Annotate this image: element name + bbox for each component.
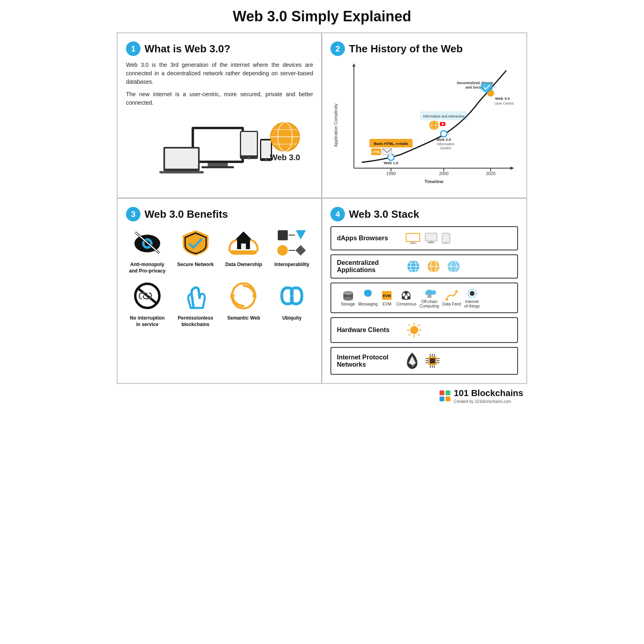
- globe-dapp-icon-3: [446, 260, 462, 274]
- history-chart: Application Complexity Web 1.0 Web 2.0: [330, 61, 518, 190]
- benefit-no-interruption: No interruptionin service: [126, 280, 169, 328]
- section-1-desc1: Web 3.0 is the 3rd generation of the int…: [126, 61, 313, 86]
- svg-text:1990: 1990: [386, 171, 396, 176]
- stack-icons-internet-protocol: [405, 352, 442, 370]
- benefit-icon-shield: [180, 226, 212, 258]
- svg-rect-76: [426, 234, 436, 240]
- benefit-label-semantic-web: Semantic Web: [227, 315, 260, 322]
- svg-marker-22: [352, 64, 355, 67]
- svg-rect-1: [194, 129, 242, 161]
- svg-line-107: [406, 294, 408, 297]
- main-title: Web 3.0 Simply Explained: [117, 8, 527, 25]
- svg-rect-73: [411, 242, 415, 243]
- globe-dapp-icon-2: [425, 260, 442, 274]
- stack-layer-internet-protocol: Internet ProtocolNetworks: [330, 347, 518, 375]
- tablet-icon: [442, 233, 450, 244]
- svg-rect-11: [241, 132, 257, 155]
- section-4-title: Web 3.0 Stack: [349, 208, 419, 221]
- section-4: 4 Web 3.0 Stack dApps Browsers: [322, 198, 526, 383]
- svg-text:Information: Information: [437, 142, 455, 146]
- stack-icons-browsers: [405, 233, 450, 244]
- section-1-number: 1: [126, 41, 140, 56]
- svg-text:Basic HTML, e-mails: Basic HTML, e-mails: [374, 142, 408, 146]
- svg-rect-5: [165, 149, 198, 169]
- globe-icon: [269, 121, 301, 153]
- svg-text:EVM: EVM: [383, 294, 391, 298]
- svg-text:2020: 2020: [486, 171, 495, 176]
- stack-layer-dapps: DecentralizedApplications: [330, 254, 518, 279]
- svg-point-25: [441, 131, 447, 137]
- section-3-title: Web 3.0 Benefits: [144, 208, 228, 221]
- svg-marker-21: [510, 167, 514, 170]
- svg-rect-3: [202, 166, 234, 168]
- stack-layer-dapps-browsers: dApps Browsers: [330, 226, 518, 250]
- svg-text:2000: 2000: [439, 171, 449, 176]
- benefits-grid: Anti-monopolyand Pro-privacy Secure Netw…: [126, 226, 313, 328]
- svg-point-63: [277, 245, 288, 256]
- benefit-icon-finger: [180, 280, 212, 312]
- svg-line-121: [418, 324, 420, 326]
- svg-point-103: [405, 291, 408, 294]
- footer-logo: 101 Blockchains Created by 101blockchain…: [440, 388, 523, 404]
- svg-line-106: [404, 294, 406, 297]
- benefit-icon-house: [227, 226, 260, 258]
- svg-marker-62: [296, 230, 306, 239]
- stack-label-dapps-browsers: dApps Browsers: [337, 235, 401, 242]
- eth-drop-icon: [405, 352, 419, 370]
- middleware-messaging: ... Messaging: [358, 290, 378, 306]
- benefit-label-secure-network: Secure Network: [177, 262, 214, 268]
- benefit-data-ownership: Data Ownership: [223, 226, 265, 274]
- svg-text:Application Complexity: Application Complexity: [333, 103, 338, 147]
- svg-text:User Centric: User Centric: [495, 101, 514, 105]
- benefit-icon-eye: [131, 226, 163, 258]
- svg-text:Web 3.0: Web 3.0: [495, 96, 510, 101]
- footer-text-block: 101 Blockchains Created by 101blockchain…: [454, 388, 523, 404]
- svg-point-96: [343, 291, 353, 295]
- middleware-consensus: Consensus: [396, 290, 416, 306]
- middleware-storage: Storage: [341, 290, 355, 306]
- svg-point-95: [343, 297, 353, 301]
- sun-icon: [405, 322, 423, 338]
- stack-label-hardware: Hardware Clients: [337, 326, 401, 334]
- svg-line-119: [409, 324, 410, 326]
- stack-icons-dapps: [405, 260, 462, 274]
- middleware-offchain: Off-chainComputing: [419, 287, 439, 308]
- logo-sq-blue: [440, 396, 444, 401]
- chip-icon: [423, 352, 442, 370]
- svg-line-120: [418, 334, 420, 336]
- section-4-number: 4: [330, 207, 345, 221]
- section-3-header: 3 Web 3.0 Benefits: [126, 207, 313, 221]
- globe-text: Web 3.0: [270, 153, 300, 162]
- svg-rect-2: [208, 163, 228, 166]
- svg-point-114: [410, 326, 418, 334]
- svg-text:...: ...: [367, 292, 369, 295]
- benefit-anti-monopoly: Anti-monopolyand Pro-privacy: [126, 226, 169, 274]
- benefit-permissionless: Permissionlessblockchains: [174, 280, 217, 328]
- monitor-icon: [405, 233, 421, 244]
- svg-rect-60: [241, 244, 246, 249]
- stack-label-dapps: DecentralizedApplications: [337, 259, 401, 274]
- svg-marker-64: [295, 245, 306, 256]
- benefit-icon-chain: [131, 280, 163, 312]
- section-2-number: 2: [330, 41, 345, 56]
- benefit-interoperability: Interoperability: [270, 226, 313, 274]
- main-container: Web 3.0 Simply Explained 1 What is Web 3…: [109, 0, 535, 412]
- svg-line-122: [409, 334, 410, 336]
- web30-visual: Web 3.0: [126, 113, 313, 185]
- svg-point-81: [445, 242, 447, 244]
- middleware-evm: EVM EVM: [381, 290, 393, 306]
- devices-illustration: [159, 115, 280, 183]
- svg-rect-78: [427, 242, 435, 243]
- section-1-title: What is Web 3.0?: [144, 43, 230, 55]
- svg-point-111: [470, 291, 475, 296]
- svg-text:Timeline: Timeline: [425, 179, 444, 184]
- stack-icons-hardware: [405, 322, 423, 338]
- svg-text:Centric: Centric: [440, 146, 452, 150]
- logo-sq-yellow: [446, 396, 450, 401]
- svg-rect-72: [407, 234, 419, 241]
- svg-point-12: [248, 157, 250, 159]
- middleware-datafeed: Data Feed: [442, 290, 461, 306]
- svg-point-109: [446, 298, 448, 301]
- desktop-icon: [425, 233, 438, 244]
- benefit-semantic-web: Semantic Web: [223, 280, 265, 328]
